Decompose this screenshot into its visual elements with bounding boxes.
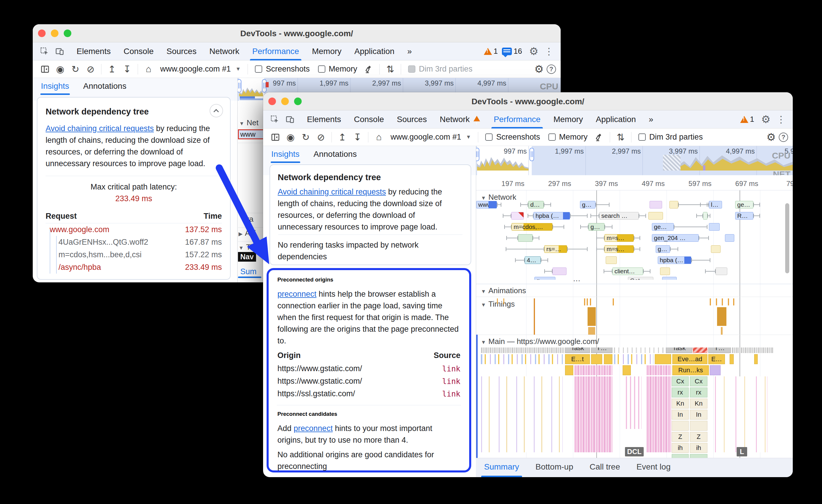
device-toolbar-icon[interactable] xyxy=(53,45,66,58)
flame-block[interactable]: Cx xyxy=(690,376,708,386)
network-request-bar[interactable] xyxy=(511,212,524,220)
tab-network[interactable]: Network xyxy=(433,110,487,128)
flame-block[interactable]: Z xyxy=(672,432,689,442)
preconnect-link[interactable]: preconnect xyxy=(278,290,317,298)
messages-icon[interactable] xyxy=(502,48,512,55)
inspect-icon[interactable] xyxy=(268,113,281,126)
screenshots-checkbox[interactable]: Screenshots xyxy=(485,133,540,142)
memory-checkbox[interactable]: Memory xyxy=(318,65,358,74)
bottom-tab-summary[interactable]: Summary xyxy=(483,458,520,477)
upload-profile-icon[interactable]: ↥ xyxy=(105,62,119,76)
origin-source-link[interactable]: link xyxy=(442,364,460,373)
avoid-chaining-link[interactable]: Avoid chaining critical requests xyxy=(278,187,386,196)
request-row[interactable]: m=cdos,hsm...bee,d,csi157.22 ms xyxy=(46,248,222,261)
home-icon[interactable]: ⌂ xyxy=(372,131,386,144)
tab-console[interactable]: Console xyxy=(117,42,160,60)
collapse-triangle-icon[interactable]: ▼ xyxy=(239,121,245,126)
fit-window-icon[interactable]: ⇅ xyxy=(384,62,397,76)
clear-icon[interactable]: ⊘ xyxy=(84,62,97,76)
summary-tab[interactable]: Sum xyxy=(240,267,257,276)
flame-block[interactable]: T… xyxy=(708,347,731,353)
history-select[interactable]: www.google.com #1 ▼ xyxy=(386,133,475,142)
flame-block[interactable]: T… xyxy=(591,347,612,353)
flame-block[interactable]: Run…ks xyxy=(672,365,709,375)
bottom-tab-calltree[interactable]: Call tree xyxy=(588,458,621,477)
network-request-bar[interactable]: 4… xyxy=(525,256,541,264)
tab-memory[interactable]: Memory xyxy=(306,42,348,60)
preconnect-link[interactable]: preconnect xyxy=(294,424,333,433)
network-request-bar[interactable] xyxy=(649,212,663,220)
tab-[interactable]: » xyxy=(642,110,660,128)
flame-block[interactable] xyxy=(604,354,612,364)
inspect-icon[interactable] xyxy=(38,45,51,58)
network-request-bar[interactable] xyxy=(660,267,670,275)
dim-third-parties-checkbox[interactable]: Dim 3rd parties xyxy=(639,133,703,142)
sidebar-tab-insights[interactable]: Insights xyxy=(271,148,300,163)
tab-application[interactable]: Application xyxy=(589,110,642,128)
flame-block[interactable] xyxy=(591,354,602,364)
network-request-bar[interactable] xyxy=(716,267,727,275)
frames-track-label[interactable]: Fra xyxy=(242,215,254,224)
network-request-bar[interactable]: search … xyxy=(599,212,639,220)
flame-block[interactable]: Kn xyxy=(690,399,708,409)
flame-block[interactable] xyxy=(690,421,708,431)
network-request-bar[interactable]: g… xyxy=(588,223,604,231)
avoid-chaining-link[interactable]: Avoid chaining critical requests xyxy=(46,124,154,133)
network-request-bar[interactable]: client… xyxy=(612,267,643,275)
dim-third-parties-checkbox[interactable]: Dim 3rd parties xyxy=(408,65,472,74)
sidebar-tab-annotations[interactable]: Annotations xyxy=(313,148,358,163)
network-request-bar[interactable]: hpba (… xyxy=(533,212,570,220)
tab-memory[interactable]: Memory xyxy=(547,110,589,128)
garbage-collect-icon[interactable] xyxy=(362,62,376,76)
tab-performance[interactable]: Performance xyxy=(487,110,547,128)
request-row[interactable]: 4UaGrENHsx...QtG.woff2167.87 ms xyxy=(46,236,222,248)
reload-icon[interactable]: ↻ xyxy=(69,62,82,76)
network-track[interactable]: www.g…d…g…l…ge…hpba (…search …R…m=cdos,…… xyxy=(476,190,792,280)
network-request-bar[interactable]: R… xyxy=(735,212,753,220)
network-request-bar[interactable] xyxy=(703,212,708,220)
request-row[interactable]: www.google.com137.52 ms xyxy=(46,223,222,236)
main-flame-chart[interactable]: TaskT…TaskT…E…tEve…adE…Run…ksCxCxrxrxKnK… xyxy=(476,347,792,458)
tab-sources[interactable]: Sources xyxy=(390,110,433,128)
warning-icon[interactable] xyxy=(484,48,492,55)
network-request-bar[interactable]: gen_204 … xyxy=(652,234,699,242)
record-icon[interactable]: ◉ xyxy=(284,131,297,144)
flame-block[interactable] xyxy=(614,347,664,353)
flame-block[interactable]: Z xyxy=(690,432,708,442)
settings-gear-icon[interactable]: ⚙ xyxy=(759,113,772,126)
overview-handle-right[interactable] xyxy=(529,148,534,161)
flame-block[interactable] xyxy=(754,354,758,364)
flame-block[interactable] xyxy=(614,354,653,364)
flame-block[interactable] xyxy=(730,354,734,364)
clear-icon[interactable]: ⊘ xyxy=(314,131,328,144)
sidebar-tab-annotations[interactable]: Annotations xyxy=(83,80,127,95)
history-select[interactable]: www.google.com #1 ▼ xyxy=(156,65,245,74)
titlebar[interactable]: DevTools - www.google.com/ xyxy=(33,24,561,42)
garbage-collect-icon[interactable] xyxy=(592,131,606,144)
flame-block[interactable] xyxy=(732,347,773,353)
network-request-bar[interactable]: Get… xyxy=(628,277,653,280)
flame-block[interactable] xyxy=(481,376,563,452)
flame-block[interactable] xyxy=(623,365,631,375)
flame-block[interactable]: rx xyxy=(690,387,708,397)
flame-block[interactable] xyxy=(626,376,642,429)
toggle-sidebar-icon[interactable] xyxy=(38,62,52,76)
flame-block[interactable]: Kn xyxy=(672,399,689,409)
expand-triangle-icon[interactable]: ▶ xyxy=(239,231,243,237)
flame-block[interactable] xyxy=(647,365,671,375)
capture-settings-gear-icon[interactable]: ⚙ xyxy=(764,131,778,144)
network-request-bar[interactable]: rs=… xyxy=(544,245,567,253)
flame-block[interactable]: ih xyxy=(672,443,689,453)
origin-source-link[interactable]: link xyxy=(442,390,460,398)
network-request-bar[interactable] xyxy=(606,256,617,264)
tab-elements[interactable]: Elements xyxy=(301,110,348,128)
network-request-bar[interactable]: www.g… xyxy=(476,201,497,208)
flame-block[interactable] xyxy=(574,365,612,375)
flame-block[interactable] xyxy=(565,365,573,375)
kebab-menu-icon[interactable]: ⋮ xyxy=(542,45,555,58)
tab-[interactable]: » xyxy=(401,42,418,60)
flame-block[interactable]: E… xyxy=(708,354,725,364)
flame-block[interactable]: In xyxy=(690,410,708,420)
screenshots-checkbox[interactable]: Screenshots xyxy=(255,65,310,74)
network-request-bar[interactable] xyxy=(725,234,734,242)
